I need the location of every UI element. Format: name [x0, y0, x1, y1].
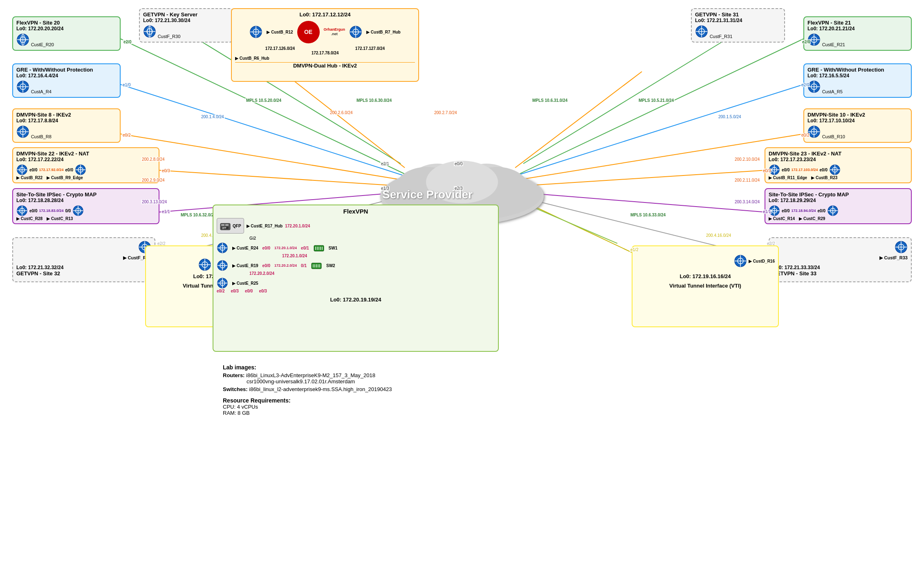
- getvpn-site32-title: GETVPN - Site 32: [16, 270, 151, 277]
- iface-e11-ipsec-right: e1/1: [762, 209, 771, 214]
- sw2-icon: [311, 260, 322, 271]
- sw1-label: SW1: [329, 246, 338, 250]
- vti-right-router: ▶ CustD_R16: [749, 259, 775, 263]
- router-icon-r25: [217, 277, 228, 289]
- net-label-200-2-9: 200.2.9.0/24: [141, 178, 166, 182]
- router-icon-r23: [829, 164, 841, 175]
- mpls-label-4: MPLS 10.5.21.0/24: [638, 98, 675, 103]
- dmvpn-site10-box: DMVPN-Site 10 - IKEv2 Lo0: 172.17.10.10/…: [803, 108, 912, 143]
- gi2-label: Gi2: [249, 236, 495, 241]
- ipsec-r14-if: e0/0: [782, 209, 789, 213]
- router-icon-r22: [16, 164, 28, 175]
- iface-e03-site22: e0/3: [161, 169, 170, 173]
- qfp-label: QFP: [233, 224, 241, 228]
- ipsec-left-routers: ▶ CustC_R28 ▶ CustC_R13: [16, 216, 155, 221]
- service-provider-label: Service Provider: [382, 188, 473, 201]
- gre-right-title: GRE - With/Without Protection: [807, 67, 908, 73]
- iface-e02-site8: e0/2: [122, 133, 131, 137]
- dmvpn-site22-box: DMVPN-Site 22 - IKEv2 - NAT Lo0: 172.17.…: [12, 147, 159, 183]
- flexvpn-hub-title: FlexVPN: [217, 208, 495, 215]
- net-label-200-1-4: 200.1.4.0/24: [200, 115, 225, 119]
- cpu: CPU: 4 vCPUs: [223, 404, 392, 410]
- net-label-200-2-10: 200.2.10.0/24: [734, 157, 760, 162]
- ipsec-left-lo: Lo0: 172.18.28.28/24: [16, 198, 155, 203]
- dmvpn-r22: e0/0: [29, 168, 37, 172]
- r19-if-e00: e0/0: [262, 263, 270, 268]
- getvpn-site33-box: ▶ CustF_R33 Lo0: 172.21.33.33/24 GETVPN …: [769, 237, 912, 282]
- dmvpn-dual-hub-box: Lo0: 172.17.12.12/24 ▶ CustB_R12 OE Orha…: [231, 8, 419, 82]
- flexvpn-site21-title: FlexVPN - Site 21: [807, 20, 908, 26]
- ipsec-left-title: Site-To-Site IPSec - Crypto MAP: [16, 191, 155, 198]
- iface-e11-ipsec-left: e1/1: [161, 209, 170, 214]
- lab-info-section: Lab images: Routers: i86bi_LinuxL3-AdvEn…: [223, 364, 392, 416]
- router-icon-r31: [695, 25, 708, 38]
- flexvpn-site20-router: CustE_R20: [31, 42, 54, 47]
- dmvpn-site10-lo: Lo0: 172.17.10.10/24: [807, 118, 908, 124]
- mpls-label-2: MPLS 10.6.30.0/24: [356, 98, 392, 103]
- r24-subnet: 172.20.1.0/24: [274, 246, 297, 250]
- router-icon-r4: [16, 80, 29, 93]
- switches-1: i86bi_linux_l2-adventerprisek9-ms.SSA.hi…: [249, 386, 392, 392]
- vti-right-lo: Lo0: 172.19.16.16/24: [636, 273, 775, 279]
- flexvpn-subnet-sw2: 172.20.2.0/24: [249, 271, 495, 276]
- net-label-200-2-11: 200.2.11.0/24: [734, 178, 760, 182]
- dmvpn-r12-label: ▶ CustB_R12: [267, 30, 293, 34]
- getvpn-site33-router-label: ▶ CustF_R33: [773, 255, 908, 261]
- dmvpn-dual-lo: Lo0: 172.17.12.12/24: [235, 11, 415, 18]
- net-label-200-2-7: 200.2.7.0/24: [433, 110, 458, 115]
- dmvpn-site22-routers: ▶ CustB_R22 ▶ CustB_R9_Edge: [16, 175, 155, 180]
- gre-left-title: GRE - With/Without Protection: [16, 67, 117, 73]
- dmvpn-site10-router: CustB_R10: [822, 134, 845, 139]
- r24-if-e00: e0/0: [262, 246, 270, 250]
- net-label-200-3-13: 200.3.13.0/24: [141, 200, 168, 204]
- dmvpn-site8-router: CustB_R8: [31, 134, 52, 139]
- iface-e10-gre-left: e1/0: [122, 83, 131, 87]
- getvpn-site33-title: GETVPN - Site 33: [773, 270, 908, 277]
- dmvpn-r7-label: ▶ CustB_R7_Hub: [366, 30, 401, 34]
- r17-hub-label: ▶ CustE_R17_Hub: [247, 224, 283, 228]
- mpls-label-632: MPLS 10.6.32.0/24: [180, 213, 217, 217]
- gre-left-box: GRE - With/Without Protection Lo0: 172.1…: [12, 63, 121, 98]
- mpls-label-3: MPLS 10.6.31.0/24: [532, 98, 568, 103]
- dmvpn-r11-if1: e0/0: [782, 168, 789, 172]
- iface-e12-vti-right: e1/2: [630, 247, 639, 252]
- getvpn-ks-title: GETVPN - Key Server: [143, 11, 229, 18]
- dmvpn-site23-box: DMVPN-Site 23 - IKEv2 - NAT Lo0: 172.17.…: [765, 147, 912, 183]
- router-icon-r24: [217, 242, 228, 254]
- sw-iface-labels: e0/2e0/3e0/0e0/3: [217, 289, 495, 293]
- getvpn-site31-router: CustF_R31: [710, 34, 733, 39]
- resources-title: Resource Requirements:: [223, 397, 392, 404]
- getvpn-site31-lo: Lo0: 172.21.31.31/24: [695, 18, 781, 23]
- qfp-router: QFP QFP: [217, 218, 244, 234]
- router-icon-r28: [16, 205, 28, 216]
- router-icon-r33: [895, 241, 908, 254]
- flexvpn-site20-box: FlexVPN - Site 20 Lo0: 172.20.20.20/24 C…: [12, 16, 121, 51]
- sw2-label: SW2: [326, 263, 335, 268]
- svg-rect-118: [225, 224, 229, 226]
- getvpn-site32-router-label: ▶ CustF_R32: [16, 255, 151, 261]
- iface-e02-site10: e0/2: [801, 133, 810, 137]
- flexvpn-subnet-2: 172.20.1.0/24: [282, 254, 495, 258]
- flexvpn-site21-lo: Lo0: 172.20.21.21/24: [807, 26, 908, 31]
- r17-subnet: 172.20.1.0/24: [285, 224, 310, 228]
- iface-e00-cloud: e0/0: [454, 162, 463, 166]
- flexvpn-hub-box: FlexVPN QFP QFP ▶ CustE_R17_Hub 172.20.1…: [213, 205, 499, 352]
- ipsec-left-box: Site-To-Site IPSec - Crypto MAP Lo0: 172…: [12, 188, 159, 224]
- flexvpn-site21-box: FlexVPN - Site 21 Lo0: 172.20.21.21/24 C…: [803, 16, 912, 51]
- sw1-icon: [313, 242, 325, 254]
- ipsec-right-subnet: 172.18.94.0/24: [791, 209, 816, 213]
- gre-right-lo: Lo0: 172.16.5.5/24: [807, 73, 908, 79]
- svg-rect-117: [221, 224, 224, 226]
- ipsec-right-box: Site-To-Site IPSec - Crypto MAP Lo0: 172…: [765, 188, 912, 224]
- mpls-label-633: MPLS 10.6.33.0/24: [630, 213, 666, 217]
- r25-label: ▶ CustE_R25: [232, 281, 258, 286]
- dmvpn-r23-subnet: 172.17.103.0/24: [791, 168, 818, 172]
- flexvpn-site20-title: FlexVPN - Site 20: [16, 20, 117, 26]
- gre-right-router: CustA_R5: [822, 89, 843, 94]
- vti-right-title: Virtual Tunnel Interface (VTI): [636, 283, 775, 289]
- dmvpn-site10-title: DMVPN-Site 10 - IKEv2: [807, 112, 908, 118]
- dmvpn-subnets: 172.17.126.0/24 172.17.127.0/24: [235, 46, 415, 51]
- dmvpn-dual-title: DMVPN-Dual Hub - IKEv2: [235, 62, 415, 69]
- dmvpn-site8-title: DMVPN-Site 8 - IKEv2: [16, 112, 117, 118]
- dmvpn-site8-lo: Lo0: 172.17.8.8/24: [16, 118, 117, 124]
